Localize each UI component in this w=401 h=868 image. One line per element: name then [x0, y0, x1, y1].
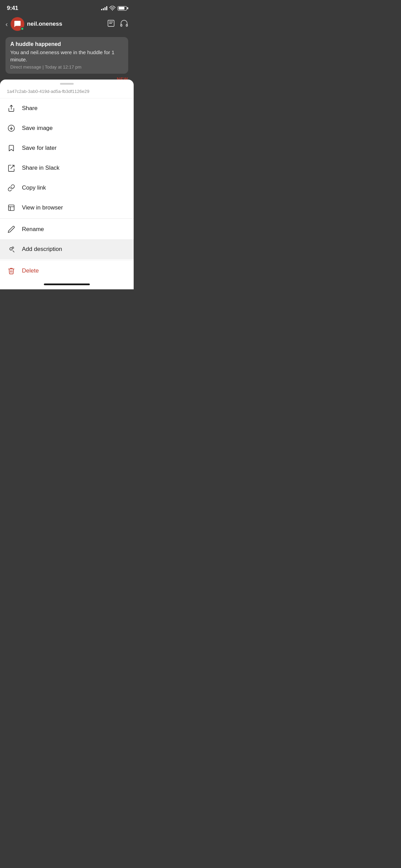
- svg-point-11: [12, 247, 14, 249]
- share-icon: [7, 104, 16, 113]
- share-label: Share: [22, 105, 37, 112]
- save-image-label: Save image: [22, 125, 53, 132]
- bottom-sheet: 1a47c2ab-3ab0-419d-ad5a-fb3df1126e29 Sha…: [0, 80, 134, 289]
- huddle-body: You and neil.oneness were in the huddle …: [10, 49, 123, 63]
- status-time: 9:41: [7, 5, 18, 12]
- home-indicator: [0, 281, 134, 287]
- link-icon: [7, 183, 16, 192]
- battery-icon: [118, 6, 127, 11]
- huddle-title: A huddle happened: [10, 41, 123, 47]
- wifi-icon: [109, 6, 116, 11]
- headphones-button[interactable]: [120, 19, 128, 29]
- home-bar: [44, 284, 90, 285]
- online-indicator: [21, 27, 24, 31]
- menu-separator-2: [0, 260, 134, 260]
- menu-item-rename[interactable]: Rename: [0, 219, 134, 239]
- bookmark-icon: [7, 144, 16, 153]
- notes-button[interactable]: [107, 19, 115, 29]
- status-icons: [101, 6, 127, 11]
- save-for-later-label: Save for later: [22, 145, 57, 152]
- rename-label: Rename: [22, 226, 44, 233]
- view-in-browser-label: View in browser: [22, 204, 63, 211]
- menu-item-save-image[interactable]: Save image: [0, 118, 134, 138]
- svg-rect-3: [126, 24, 127, 26]
- contact-name: neil.oneness: [27, 21, 62, 27]
- menu-item-copy-link[interactable]: Copy link: [0, 178, 134, 198]
- svg-rect-7: [9, 205, 14, 211]
- menu-item-add-description[interactable]: Add description: [0, 239, 134, 259]
- sheet-handle-area: [0, 80, 134, 87]
- signal-icon: [101, 6, 107, 10]
- delete-label: Delete: [22, 267, 39, 274]
- menu-separator: [0, 218, 134, 219]
- nav-right: [107, 19, 128, 29]
- back-button[interactable]: ‹: [5, 20, 8, 28]
- description-icon: [7, 245, 16, 254]
- file-id: 1a47c2ab-3ab0-419d-ad5a-fb3df1126e29: [0, 87, 134, 98]
- trash-icon: [7, 266, 16, 275]
- huddle-card: A huddle happened You and neil.oneness w…: [5, 37, 128, 74]
- menu-item-share-in-slack[interactable]: Share in Slack: [0, 158, 134, 178]
- svg-rect-2: [121, 24, 122, 26]
- menu-item-share[interactable]: Share: [0, 98, 134, 118]
- menu-item-delete[interactable]: Delete: [0, 261, 134, 281]
- add-description-label: Add description: [22, 246, 62, 253]
- status-bar: 9:41: [0, 0, 134, 14]
- pencil-icon: [7, 225, 16, 234]
- sheet-handle: [60, 83, 74, 85]
- menu-list: Share Save image Save for later: [0, 98, 134, 281]
- save-image-icon: [7, 124, 16, 133]
- browser-icon: [7, 203, 16, 212]
- svg-point-0: [112, 10, 113, 11]
- nav-bar: ‹ neil.oneness: [5, 14, 128, 34]
- avatar: [11, 17, 24, 31]
- nav-left: ‹ neil.oneness: [5, 17, 62, 31]
- menu-item-save-for-later[interactable]: Save for later: [0, 138, 134, 158]
- share-in-slack-label: Share in Slack: [22, 165, 60, 171]
- menu-item-view-in-browser[interactable]: View in browser: [0, 198, 134, 218]
- copy-link-label: Copy link: [22, 184, 46, 191]
- share-slack-icon: [7, 164, 16, 172]
- huddle-meta: Direct message | Today at 12:17 pm: [10, 64, 123, 70]
